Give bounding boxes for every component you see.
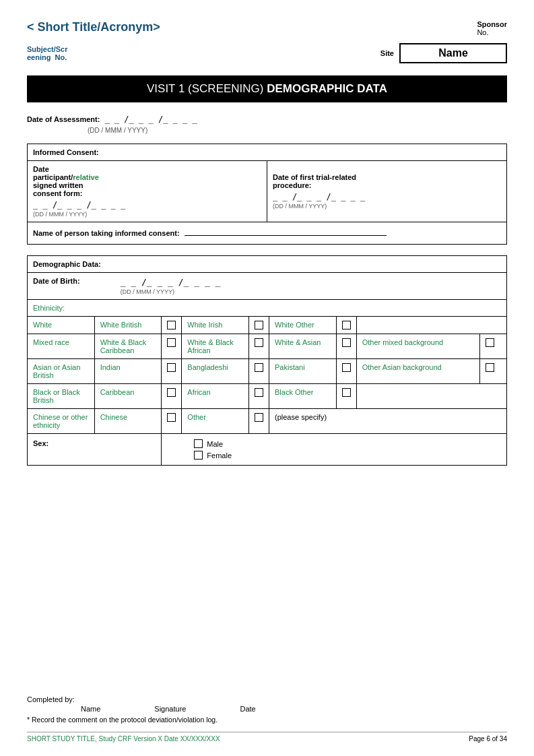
demographic-header: Demographic Data: — [28, 256, 507, 273]
informed-consent-header: Informed Consent: — [28, 144, 507, 161]
chk-chinese[interactable] — [167, 413, 176, 422]
chk-white-black-caribbean[interactable] — [167, 338, 176, 347]
sex-male-checkbox[interactable] — [194, 439, 203, 448]
chk-indian[interactable] — [167, 363, 176, 372]
eth-cat-mixed: Mixed race — [28, 334, 95, 359]
date-assessment-format: (DD / MMM / YYYY) — [88, 127, 507, 134]
eth-other-mixed: Other mixed background — [356, 334, 479, 359]
sex-label: Sex: — [33, 439, 48, 447]
eth-please-specify: (please specify) — [269, 409, 507, 434]
eth-other-asian: Other Asian background — [356, 359, 479, 384]
sex-female-label: Female — [207, 451, 232, 460]
eth-indian: Indian — [94, 359, 162, 384]
eth-white-british: White British — [94, 317, 162, 334]
eth-black-other: Black Other — [269, 384, 337, 409]
first-trial-blanks: _ _ /_ _ _ /_ _ _ _ — [273, 192, 365, 201]
consent-date-format: (DD / MMM / YYYY) — [33, 211, 261, 218]
footer-name-label: Name — [81, 705, 100, 713]
eth-white-black-african: White & Black African — [182, 334, 249, 359]
consent-date-label: Date participant/relative signed written… — [33, 165, 261, 197]
eth-chinese: Chinese — [94, 409, 162, 434]
dob-label: Date of Birth: — [33, 277, 80, 285]
footer-page-num: Page 6 of 34 — [469, 735, 507, 743]
eth-cat-chinese: Chinese or other ethnicity — [28, 409, 95, 434]
sex-female-option[interactable]: Female — [194, 451, 501, 460]
dob-blanks: _ _ /_ _ _ /_ _ _ _ — [121, 277, 221, 287]
subject-screening-label: Subject/Scr eening No. — [27, 45, 68, 61]
footer-note: * Record the comment on the protocol dev… — [27, 716, 507, 724]
chk-other-ethnicity[interactable] — [255, 413, 263, 422]
eth-cat-white: White — [28, 317, 95, 334]
chk-bangladeshi[interactable] — [255, 363, 263, 372]
footer-study-info: SHORT STUDY TITLE, Study CRF Version X D… — [27, 735, 220, 743]
eth-african: African — [182, 384, 249, 409]
completed-by-label: Completed by: — [27, 695, 507, 703]
sponsor-label: Sponsor No. — [477, 20, 507, 36]
visit-header: VISIT 1 (SCREENING) DEMOGRAPHIC DATA — [27, 75, 507, 102]
site-label: Site — [380, 49, 394, 57]
chk-white-other[interactable] — [342, 321, 351, 329]
chk-african[interactable] — [255, 388, 263, 397]
sex-female-checkbox[interactable] — [194, 451, 203, 460]
eth-white-irish: White Irish — [182, 317, 249, 334]
eth-white-other: White Other — [269, 317, 337, 334]
eth-cat-asian: Asian or Asian British — [28, 359, 95, 384]
eth-cat-black: Black or Black British — [28, 384, 95, 409]
site-name-box: Name — [399, 43, 507, 63]
sex-male-option[interactable]: Male — [194, 439, 501, 448]
dob-format: (DD / MMM / YYYY) — [121, 288, 221, 295]
chk-white-black-african[interactable] — [255, 338, 263, 347]
chk-other-asian[interactable] — [486, 363, 501, 372]
chk-pakistani[interactable] — [342, 363, 351, 372]
first-trial-label: Date of first trial-related procedure: — [273, 173, 501, 189]
name-consent-label: Name of person taking informed consent: — [33, 229, 180, 237]
eth-bangladeshi: Bangladeshi — [182, 359, 249, 384]
eth-white-black-caribbean: White & Black Caribbean — [94, 334, 162, 359]
date-assessment-label: Date of Assessment: — [27, 115, 100, 123]
chk-white-irish[interactable] — [255, 321, 263, 329]
chk-caribbean[interactable] — [167, 388, 176, 397]
chk-white-british[interactable] — [167, 321, 176, 329]
eth-white-asian: White & Asian — [269, 334, 337, 359]
sex-male-label: Male — [207, 440, 223, 448]
name-consent-line — [185, 235, 387, 236]
first-trial-format: (DD / MMM / YYYY) — [273, 203, 501, 210]
footer-date-label: Date — [240, 705, 255, 713]
eth-pakistani: Pakistani — [269, 359, 337, 384]
date-assessment-blanks: _ _ /_ _ _ /_ _ _ _ — [104, 115, 197, 124]
chk-black-other[interactable] — [342, 388, 351, 397]
eth-caribbean: Caribbean — [94, 384, 162, 409]
chk-other-mixed[interactable] — [486, 338, 501, 347]
ethnicity-header: Ethinicity: — [28, 300, 507, 317]
consent-date-blanks: _ _ /_ _ _ /_ _ _ _ — [33, 200, 125, 210]
chk-white-asian[interactable] — [342, 338, 351, 347]
eth-other-text: Other — [182, 409, 249, 434]
footer-signature-label: Signature — [154, 705, 186, 713]
short-title: < Short Title/Acronym> — [27, 20, 160, 34]
